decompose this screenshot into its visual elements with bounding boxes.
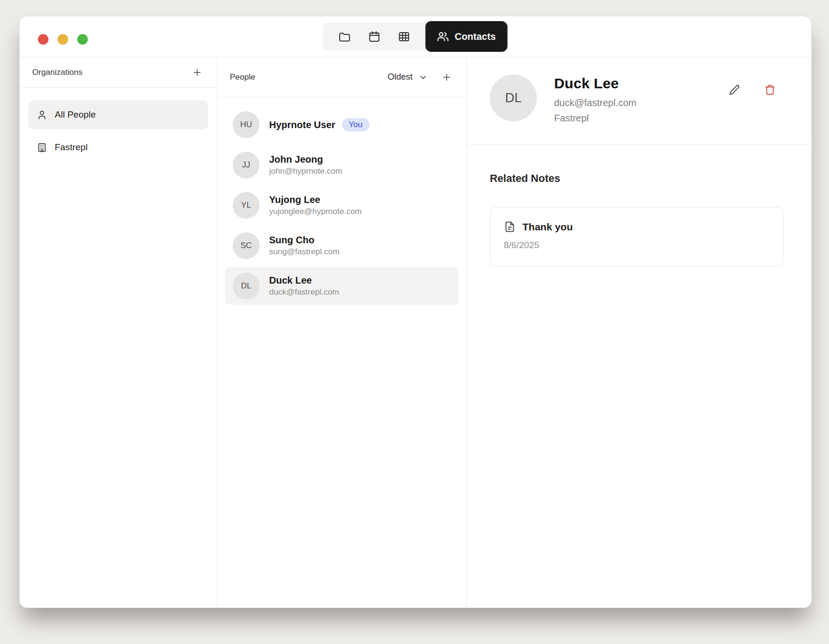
person-email: yujonglee@hyprnote.com xyxy=(269,207,362,216)
view-switcher: Contacts xyxy=(323,23,509,50)
person-row-john-jeong[interactable]: JJ John Jeong john@hyprnote.com xyxy=(225,146,459,184)
document-icon xyxy=(504,221,516,233)
avatar: YL xyxy=(233,192,260,219)
people-panel: People Oldest xyxy=(217,57,467,608)
folder-icon xyxy=(338,30,351,43)
minimize-window-button[interactable] xyxy=(58,34,68,45)
table-icon xyxy=(397,30,410,43)
people-list: HU Hyprnote User You JJ John Jeong john@… xyxy=(217,97,466,316)
contact-name: Duck Lee xyxy=(554,75,728,92)
sort-dropdown[interactable]: Oldest xyxy=(388,72,428,82)
people-title: People xyxy=(230,72,255,82)
person-name: John Jeong xyxy=(269,154,342,165)
plus-icon xyxy=(192,67,202,78)
tab-calendar[interactable] xyxy=(359,23,389,50)
sidebar-item-label: Fastrepl xyxy=(55,142,88,153)
panels: Organizations All People xyxy=(20,57,811,608)
organizations-sidebar: Organizations All People xyxy=(20,57,217,608)
plus-icon xyxy=(441,72,452,83)
sidebar-item-all-people[interactable]: All People xyxy=(28,100,208,129)
window-header: Contacts xyxy=(20,16,811,57)
add-organization-button[interactable] xyxy=(190,65,204,80)
app-window: Contacts Organizations All Peop xyxy=(19,16,812,608)
pencil-icon xyxy=(729,84,740,95)
add-person-button[interactable] xyxy=(439,70,454,84)
person-name: Duck Lee xyxy=(269,275,339,286)
person-row-yujong-lee[interactable]: YL Yujong Lee yujonglee@hyprnote.com xyxy=(225,187,459,224)
person-email: john@hyprnote.com xyxy=(269,167,342,176)
person-icon xyxy=(36,109,47,120)
avatar: SC xyxy=(233,232,260,259)
delete-contact-button[interactable] xyxy=(763,83,777,96)
tab-contacts[interactable]: Contacts xyxy=(426,21,508,52)
avatar: HU xyxy=(233,111,260,138)
person-row-duck-lee[interactable]: DL Duck Lee duck@fastrepl.com xyxy=(225,267,459,305)
sidebar-item-label: All People xyxy=(55,109,96,120)
tab-table[interactable] xyxy=(389,23,419,50)
avatar: JJ xyxy=(233,152,260,179)
contact-detail-body: Related Notes Thank you 8/6/2025 xyxy=(467,144,811,294)
sort-dropdown-value: Oldest xyxy=(388,72,413,82)
contact-email: duck@fastrepl.com xyxy=(554,97,728,108)
contact-detail-header: DL Duck Lee duck@fastrepl.com Fastrepl xyxy=(467,57,811,144)
tab-notes[interactable] xyxy=(330,23,359,50)
tab-contacts-label: Contacts xyxy=(455,31,496,42)
avatar: DL xyxy=(233,273,260,299)
you-badge: You xyxy=(342,118,369,131)
trash-icon xyxy=(764,84,776,95)
organizations-title: Organizations xyxy=(32,68,83,77)
calendar-icon xyxy=(367,30,380,43)
traffic-lights xyxy=(38,34,88,45)
related-note-card[interactable]: Thank you 8/6/2025 xyxy=(490,207,783,266)
organizations-list: All People Fastrepl xyxy=(20,88,217,174)
contact-avatar: DL xyxy=(490,74,537,121)
sidebar-item-fastrepl[interactable]: Fastrepl xyxy=(28,133,208,162)
person-email: sung@fastrepl.com xyxy=(269,247,340,257)
contact-actions xyxy=(728,74,777,96)
note-date: 8/6/2025 xyxy=(504,240,769,250)
close-window-button[interactable] xyxy=(38,34,48,45)
contact-detail-panel: DL Duck Lee duck@fastrepl.com Fastrepl xyxy=(467,57,811,608)
building-icon xyxy=(36,142,47,153)
chevron-down-icon xyxy=(418,72,428,82)
note-title: Thank you xyxy=(522,221,573,233)
person-name: Yujong Lee xyxy=(269,194,362,205)
people-header: People Oldest xyxy=(217,57,466,97)
person-email: duck@fastrepl.com xyxy=(269,287,339,297)
people-header-actions: Oldest xyxy=(388,70,454,84)
zoom-window-button[interactable] xyxy=(77,34,88,45)
edit-contact-button[interactable] xyxy=(728,83,741,96)
person-name: Hyprnote User xyxy=(269,119,335,131)
person-name: Sung Cho xyxy=(269,235,340,246)
person-row-sung-cho[interactable]: SC Sung Cho sung@fastrepl.com xyxy=(225,227,459,264)
related-notes-title: Related Notes xyxy=(490,172,788,185)
person-row-hyprnote-user[interactable]: HU Hyprnote User You xyxy=(225,106,459,143)
contacts-icon xyxy=(437,31,449,43)
organizations-header: Organizations xyxy=(20,57,217,88)
contact-organization: Fastrepl xyxy=(554,113,728,124)
